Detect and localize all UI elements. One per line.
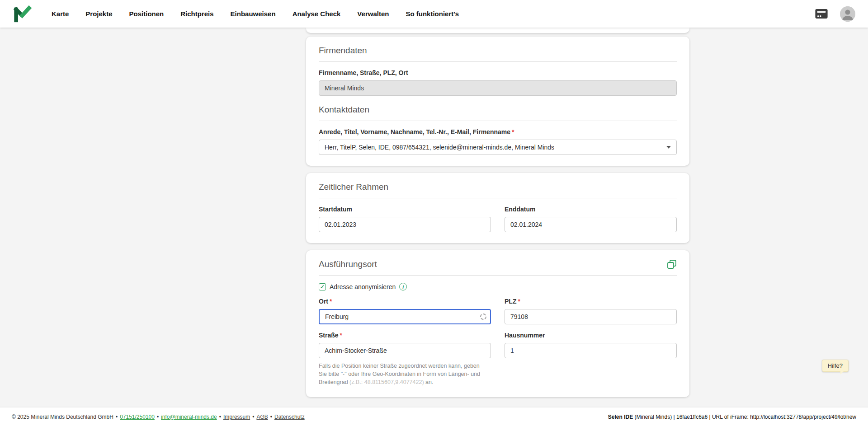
- ort-input[interactable]: [319, 309, 491, 324]
- hausnummer-label-text: Hausnummer: [505, 332, 545, 339]
- footer-separator: •: [219, 414, 221, 420]
- firmendaten-title: Firmendaten: [319, 46, 677, 56]
- ort-label: Ort*: [319, 298, 491, 305]
- firmenname-label: Firmenname, Straße, PLZ, Ort: [319, 69, 677, 77]
- email-link[interactable]: info@mineral-minds.de: [161, 414, 217, 420]
- form-column: Firmendaten Firmenname, Straße, PLZ, Ort…: [306, 28, 689, 404]
- strasse-label-text: Straße: [319, 332, 339, 339]
- nav-item-analyse-check[interactable]: Analyse Check: [292, 10, 341, 18]
- kontakt-label-text: Anrede, Titel, Vorname, Nachname, Tel.-N…: [319, 128, 510, 136]
- nav-right-actions: [815, 6, 855, 22]
- top-nav: Karte Projekte Positionen Richtpreis Ein…: [0, 0, 868, 28]
- footer-separator: •: [252, 414, 254, 420]
- strasse-hint: Falls die Position keiner Straße zugeord…: [319, 362, 487, 386]
- footer-links: © 2025 Mineral Minds Deutschland GmbH • …: [12, 414, 305, 420]
- nav-item-so-funktionierts[interactable]: So funktioniert's: [406, 10, 459, 18]
- kontaktdaten-title: Kontaktdaten: [319, 105, 677, 115]
- debug-info-rest: (Mineral Minds) | 16fae1ffc6a6 | URL of …: [633, 414, 856, 420]
- divider: [319, 121, 677, 121]
- footer: © 2025 Mineral Minds Deutschland GmbH • …: [0, 407, 868, 426]
- plz-field: PLZ*: [505, 290, 677, 324]
- strasse-field: Straße* Falls die Position keiner Straße…: [319, 324, 491, 386]
- strasse-label: Straße*: [319, 332, 491, 339]
- enddatum-label: Enddatum: [505, 206, 677, 213]
- enddatum-field: Enddatum: [505, 198, 677, 232]
- hausnummer-field: Hausnummer: [505, 324, 677, 386]
- firmenname-input: [319, 80, 677, 96]
- ausfuehrungsort-card: Ausführungsort ✓ Adresse anonymisieren i: [306, 250, 689, 397]
- footer-separator: •: [157, 414, 159, 420]
- nav-menu: Karte Projekte Positionen Richtpreis Ein…: [52, 10, 459, 18]
- plz-label: PLZ*: [505, 298, 677, 305]
- kontakt-select[interactable]: Herr, TitelP, Selen, IDE, 0987/654321, s…: [319, 140, 677, 155]
- nav-item-karte[interactable]: Karte: [52, 10, 69, 18]
- required-marker: *: [330, 298, 332, 305]
- footer-separator: •: [116, 414, 118, 420]
- strasse-input[interactable]: [319, 343, 491, 358]
- enddatum-input[interactable]: [505, 217, 677, 232]
- startdatum-label-text: Startdatum: [319, 206, 352, 213]
- debug-info-app: Selen IDE: [608, 414, 633, 420]
- zeitraum-title: Zeitlicher Rahmen: [319, 182, 677, 192]
- copy-icon[interactable]: [667, 259, 677, 269]
- footer-separator: •: [270, 414, 272, 420]
- nav-item-projekte[interactable]: Projekte: [85, 10, 112, 18]
- enddatum-label-text: Enddatum: [505, 206, 535, 213]
- anonymisieren-row: ✓ Adresse anonymisieren i: [319, 283, 677, 290]
- info-icon[interactable]: i: [399, 283, 407, 290]
- user-avatar[interactable]: [840, 6, 855, 22]
- datenschutz-link[interactable]: Datenschutz: [274, 414, 305, 420]
- anonymisieren-label[interactable]: Adresse anonymisieren: [330, 283, 396, 290]
- hausnummer-input[interactable]: [505, 343, 677, 358]
- nav-item-einbauweisen[interactable]: Einbauweisen: [231, 10, 276, 18]
- hausnummer-label: Hausnummer: [505, 332, 677, 339]
- logo-m-icon: [13, 5, 32, 23]
- nav-item-positionen[interactable]: Positionen: [129, 10, 164, 18]
- divider: [319, 61, 677, 62]
- ausfuehrungsort-title: Ausführungsort: [319, 259, 377, 269]
- zeitraum-card: Zeitlicher Rahmen Startdatum Enddatum: [306, 173, 689, 243]
- divider: [319, 275, 677, 276]
- hint-suffix: an.: [424, 379, 434, 385]
- startdatum-field: Startdatum: [319, 198, 491, 232]
- card-fragment: [306, 28, 689, 33]
- plz-input[interactable]: [505, 309, 677, 324]
- kontakt-select-value: Herr, TitelP, Selen, IDE, 0987/654321, s…: [325, 144, 554, 151]
- firmenname-label-text: Firmenname, Straße, PLZ, Ort: [319, 69, 408, 76]
- ort-field: Ort*: [319, 290, 491, 324]
- help-button[interactable]: Hilfe?: [822, 360, 849, 372]
- main-content: Firmendaten Firmenname, Straße, PLZ, Ort…: [0, 28, 868, 407]
- required-marker: *: [512, 128, 514, 136]
- check-icon: ✓: [320, 284, 325, 290]
- person-icon: [840, 6, 855, 22]
- debug-info: Selen IDE (Mineral Minds) | 16fae1ffc6a6…: [608, 414, 856, 420]
- hint-example: (z.B.: 48.8115607,9.4077422): [349, 379, 424, 385]
- firmendaten-card: Firmendaten Firmenname, Straße, PLZ, Ort…: [306, 37, 689, 166]
- ort-label-text: Ort: [319, 298, 328, 305]
- phone-link[interactable]: 07151/250100: [120, 414, 155, 420]
- anonymisieren-checkbox[interactable]: ✓: [319, 283, 326, 290]
- mineral-minds-logo[interactable]: [13, 5, 32, 23]
- plz-label-text: PLZ: [505, 298, 516, 305]
- nav-item-verwalten[interactable]: Verwalten: [357, 10, 389, 18]
- required-marker: *: [518, 298, 520, 305]
- startdatum-label: Startdatum: [319, 206, 491, 213]
- kontakt-label: Anrede, Titel, Vorname, Nachname, Tel.-N…: [319, 128, 677, 136]
- copyright-text: © 2025 Mineral Minds Deutschland GmbH: [12, 414, 113, 420]
- info-icon-glyph: i: [402, 284, 404, 290]
- chevron-down-icon: [666, 146, 671, 149]
- nav-item-richtpreis[interactable]: Richtpreis: [180, 10, 213, 18]
- agb-link[interactable]: AGB: [256, 414, 268, 420]
- startdatum-input[interactable]: [319, 217, 491, 232]
- required-marker: *: [340, 332, 342, 339]
- server-icon[interactable]: [815, 9, 829, 19]
- loading-spinner-icon: [480, 314, 486, 320]
- impressum-link[interactable]: Impressum: [223, 414, 250, 420]
